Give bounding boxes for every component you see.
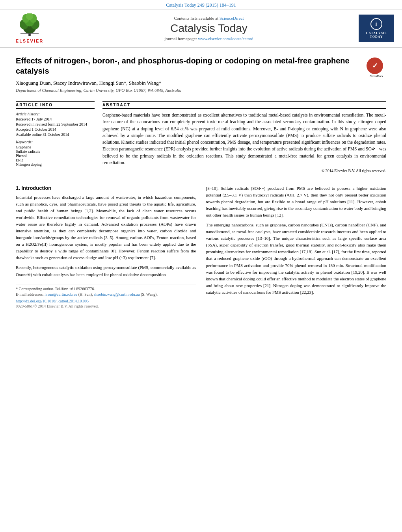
body-left-column: 1. Introduction Industrial processes hav…: [16, 185, 196, 308]
received-revised: Received in revised form 22 September 20…: [16, 122, 95, 126]
keywords-section: Keywords: Graphene Sulfate radicals Phen…: [16, 140, 95, 167]
abstract-column: ABSTRACT Graphene-based materials have b…: [102, 101, 386, 173]
doi-line: http://dx.doi.org/10.1016/j.cattod.2014.…: [16, 299, 196, 303]
crossmark-label: CrossMark: [367, 75, 386, 78]
available-online: Available online 31 October 2014: [16, 132, 95, 137]
article-title-area: Effects of nitrogen-, boron-, and phosph…: [16, 56, 386, 97]
history-label: Article history:: [16, 112, 95, 116]
abstract-heading: ABSTRACT: [102, 101, 386, 109]
article-title: Effects of nitrogen-, boron-, and phosph…: [16, 56, 359, 76]
abstract-paragraph: Graphene-based materials have been demon…: [102, 112, 386, 166]
article-info-column: ARTICLE INFO Article history: Received 1…: [16, 101, 95, 173]
email-line: E-mail addresses: h.sun@curtin.edu.au (H…: [16, 292, 196, 297]
article-authors: Xiaoguang Duan, Stacey Indrawirawan, Hon…: [16, 80, 359, 86]
elsevier-brand-label: ELSEVIER: [16, 39, 43, 43]
intro-paragraph-4: The emerging nanocarbons, such as graphe…: [206, 222, 387, 296]
article-info-abstract-section: ARTICLE INFO Article history: Received 1…: [16, 101, 386, 173]
introduction-heading: 1. Introduction: [16, 185, 196, 191]
catalysis-logo-label: CATALYSIS TODAY: [361, 32, 392, 39]
keyword-3: Phenol: [16, 154, 95, 158]
section-divider: [16, 179, 386, 179]
journal-header: ELSEVIER Contents lists available at Sci…: [0, 9, 402, 48]
homepage-label: journal homepage:: [164, 36, 197, 41]
corresponding-author: * Corresponding author. Tel./fax: +61 89…: [16, 287, 196, 291]
catalysis-logo: i CATALYSIS TODAY: [359, 15, 394, 42]
article-info-heading: ARTICLE INFO: [16, 101, 95, 109]
doi-link[interactable]: http://dx.doi.org/10.1016/j.cattod.2014.…: [16, 299, 89, 303]
copyright-line: © 2014 Elsevier B.V. All rights reserved…: [102, 169, 386, 173]
body-text-right: [8–10]. Sulfate radicals (SO4•−) produce…: [206, 185, 387, 296]
main-content: Effects of nitrogen-, boron-, and phosph…: [0, 48, 402, 316]
body-text-left: Industrial processes have discharged a l…: [16, 194, 196, 278]
journal-homepage-link[interactable]: www.elsevier.com/locate/cattod: [198, 36, 253, 41]
journal-ref-text: Catalysis Today 249 (2015) 184–191: [166, 2, 236, 8]
sciencedirect-link[interactable]: ScienceDirect: [220, 16, 244, 20]
journal-title: Catalysis Today: [59, 22, 359, 35]
email-label: E-mail addresses:: [16, 292, 44, 297]
article-title-block: Effects of nitrogen-, boron-, and phosph…: [16, 56, 359, 97]
elsevier-tree-icon: [12, 13, 47, 37]
body-right-column: [8–10]. Sulfate radicals (SO4•−) produce…: [206, 185, 387, 308]
email-name-1: (H. Sun),: [78, 292, 93, 297]
intro-paragraph-2: Recently, heterogeneous catalytic oxidat…: [16, 264, 196, 278]
keyword-1: Graphene: [16, 145, 95, 149]
keywords-label: Keywords:: [16, 140, 95, 144]
keyword-2: Sulfate radicals: [16, 149, 95, 154]
contents-available-line: Contents lists available at ScienceDirec…: [59, 16, 359, 20]
issn-line: 0920-5861/© 2014 Elsevier B.V. All right…: [16, 304, 196, 308]
abstract-text: Graphene-based materials have been demon…: [102, 112, 386, 166]
keyword-5: Nitrogen doping: [16, 162, 95, 167]
journal-info: Contents lists available at ScienceDirec…: [59, 16, 359, 41]
intro-paragraph-3: [8–10]. Sulfate radicals (SO4•−) produce…: [206, 185, 387, 219]
author-affiliation: Department of Chemical Engineering, Curt…: [16, 88, 359, 93]
catalysis-logo-circle: i: [370, 18, 382, 30]
intro-paragraph-1: Industrial processes have discharged a l…: [16, 194, 196, 261]
contents-text: Contents lists available at: [174, 16, 218, 20]
accepted-date: Accepted 1 October 2014: [16, 127, 95, 132]
elsevier-logo: ELSEVIER: [8, 13, 51, 43]
crossmark-icon: ✓: [367, 57, 383, 74]
journal-reference-bar: Catalysis Today 249 (2015) 184–191: [0, 0, 402, 9]
email-link-2[interactable]: shaobin.wang@curtin.edu.au: [94, 292, 140, 297]
introduction-section: 1. Introduction Industrial processes hav…: [16, 185, 386, 308]
homepage-line: journal homepage: www.elsevier.com/locat…: [59, 36, 359, 41]
email-name-2: (S. Wang).: [141, 292, 158, 297]
footnotes-section: * Corresponding author. Tel./fax: +61 89…: [16, 284, 196, 297]
received-date: Received 17 July 2014: [16, 117, 95, 121]
email-link-1[interactable]: h.sun@curtin.edu.au: [45, 292, 77, 297]
keyword-4: EPR: [16, 158, 95, 162]
crossmark-logo: ✓ CrossMark: [367, 57, 386, 78]
